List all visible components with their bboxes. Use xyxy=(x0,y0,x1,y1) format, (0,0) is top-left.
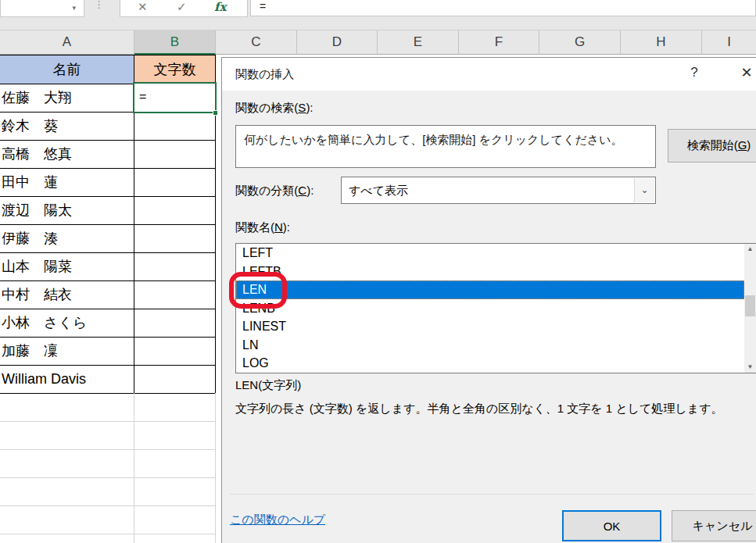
column-header-a[interactable]: A xyxy=(0,30,134,55)
fill-handle[interactable] xyxy=(213,110,218,116)
column-header-c[interactable]: C xyxy=(216,30,297,55)
formula-bar-value: = xyxy=(260,0,266,13)
name-cell[interactable]: 渡辺 陽太 xyxy=(0,197,134,225)
annotation-highlight-ellipse xyxy=(229,272,287,309)
name-cell[interactable]: 伊藤 湊 xyxy=(0,225,134,253)
table-row: 高橋 悠真 xyxy=(0,141,216,169)
scrollbar-thumb[interactable] xyxy=(745,295,755,316)
scroll-down-icon[interactable]: ▼ xyxy=(744,362,756,373)
list-scrollbar[interactable]: ▲ ▼ xyxy=(744,244,756,373)
count-cell[interactable] xyxy=(134,338,216,366)
name-box[interactable]: ▾ xyxy=(0,0,84,17)
table-header-count[interactable]: 文字数 xyxy=(134,55,216,84)
column-header-e[interactable]: E xyxy=(378,30,459,55)
column-header-b[interactable]: B xyxy=(134,30,216,55)
name-cell[interactable]: 高橋 悠真 xyxy=(0,141,134,169)
gridline xyxy=(0,421,216,422)
count-cell[interactable] xyxy=(134,169,216,197)
count-cell[interactable] xyxy=(134,253,216,281)
formula-buttons-panel: ✕ ✓ fx xyxy=(120,0,248,17)
function-list: LEFT LEFTB LEN LENB LINEST LN LOG ▲ ▼ xyxy=(235,243,756,373)
excel-window: ▾ ⋮ ✕ ✓ fx = A B C D E F G H I 名前 文字数 佐藤… xyxy=(0,0,756,543)
function-search-input[interactable]: 何がしたいかを簡単に入力して、[検索開始] をクリックしてください。 xyxy=(235,125,656,168)
gridline xyxy=(0,505,216,506)
function-list-item-selected[interactable]: LEN xyxy=(236,280,744,299)
name-cell[interactable]: William Davis xyxy=(0,366,134,394)
column-header-h[interactable]: H xyxy=(621,30,702,55)
column-headers: A B C D E F G H I xyxy=(0,30,756,55)
category-label: 関数の分類(C): xyxy=(235,184,314,198)
column-header-d[interactable]: D xyxy=(297,30,378,55)
count-cell[interactable] xyxy=(134,309,216,338)
column-header-i[interactable]: I xyxy=(702,30,756,55)
function-help-link[interactable]: この関数のヘルプ xyxy=(230,513,325,527)
name-cell[interactable]: 田中 蓮 xyxy=(0,169,134,197)
table-row: 田中 蓮 xyxy=(0,169,216,197)
chevron-down-icon[interactable]: ▾ xyxy=(72,4,76,12)
gridline xyxy=(134,393,134,543)
table-row: 鈴木 葵 xyxy=(0,113,216,141)
insert-function-dialog: 関数の挿入 ? ✕ 関数の検索(S): 何がしたいかを簡単に入力して、[検索開始… xyxy=(221,57,756,543)
column-header-f[interactable]: F xyxy=(459,30,539,55)
chevron-down-icon[interactable]: ⌄ xyxy=(634,178,654,202)
function-description: 文字列の長さ (文字数) を返します。半角と全角の区別なく、1 文字を 1 とし… xyxy=(235,400,751,416)
count-cell[interactable] xyxy=(134,281,216,309)
search-label: 関数の検索(S): xyxy=(235,101,314,116)
function-list-item[interactable]: LINEST xyxy=(236,317,744,336)
formula-bar[interactable]: = xyxy=(250,0,756,16)
column-header-g[interactable]: G xyxy=(539,30,621,55)
divider xyxy=(230,494,754,495)
table-header-name[interactable]: 名前 xyxy=(0,55,134,84)
count-cell[interactable] xyxy=(134,113,216,141)
function-list-item[interactable]: LOG xyxy=(236,354,744,373)
table-row: 小林 さくら xyxy=(0,309,216,338)
table-row: 伊藤 湊 xyxy=(0,225,216,253)
scroll-up-icon[interactable]: ▲ xyxy=(744,244,756,255)
gridline xyxy=(0,477,216,478)
function-list-item[interactable]: LEFTB xyxy=(236,263,744,281)
name-cell[interactable]: 中村 結衣 xyxy=(0,281,134,309)
category-dropdown[interactable]: すべて表示 ⌄ xyxy=(341,177,656,204)
function-signature: LEN(文字列) xyxy=(235,378,301,393)
gridline xyxy=(0,534,216,534)
function-list-item[interactable]: LENB xyxy=(236,299,744,318)
count-cell[interactable] xyxy=(134,225,216,253)
dialog-title: 関数の挿入 xyxy=(235,67,294,82)
table-row: William Davis xyxy=(0,366,216,394)
close-icon[interactable]: ✕ xyxy=(735,64,756,81)
cancel-button[interactable]: キャンセル xyxy=(672,510,756,541)
name-cell[interactable]: 小林 さくら xyxy=(0,309,134,338)
cancel-entry-icon[interactable]: ✕ xyxy=(138,0,148,14)
active-cell-b2[interactable]: = xyxy=(133,82,217,113)
name-cell[interactable]: 鈴木 葵 xyxy=(0,113,134,141)
table-row: 加藤 凜 xyxy=(0,338,216,366)
search-start-button[interactable]: 検索開始(G) xyxy=(668,129,756,163)
ok-button[interactable]: OK xyxy=(562,510,661,541)
count-cell[interactable] xyxy=(134,197,216,225)
category-value: すべて表示 xyxy=(349,184,408,197)
name-cell[interactable]: 加藤 凜 xyxy=(0,338,134,366)
name-cell[interactable]: 佐藤 大翔 xyxy=(0,84,134,113)
gridline xyxy=(0,449,216,450)
count-cell[interactable] xyxy=(134,141,216,169)
more-dots-icon: ⋮ xyxy=(94,0,104,10)
help-icon[interactable]: ? xyxy=(685,65,704,80)
table-row: 渡辺 陽太 xyxy=(0,197,216,225)
table-row: 中村 結衣 xyxy=(0,281,216,309)
function-list-label: 関数名(N): xyxy=(235,220,290,235)
count-cell[interactable] xyxy=(134,366,216,394)
table-row: 山本 陽菜 xyxy=(0,253,216,281)
insert-function-icon[interactable]: fx xyxy=(214,0,226,14)
function-list-item[interactable]: LN xyxy=(236,336,744,355)
enter-entry-icon[interactable]: ✓ xyxy=(177,0,187,14)
name-cell[interactable]: 山本 陽菜 xyxy=(0,253,134,281)
gridline xyxy=(215,393,216,543)
dialog-titlebar[interactable]: 関数の挿入 ? ✕ xyxy=(222,58,756,91)
function-list-item[interactable]: LEFT xyxy=(236,244,744,263)
